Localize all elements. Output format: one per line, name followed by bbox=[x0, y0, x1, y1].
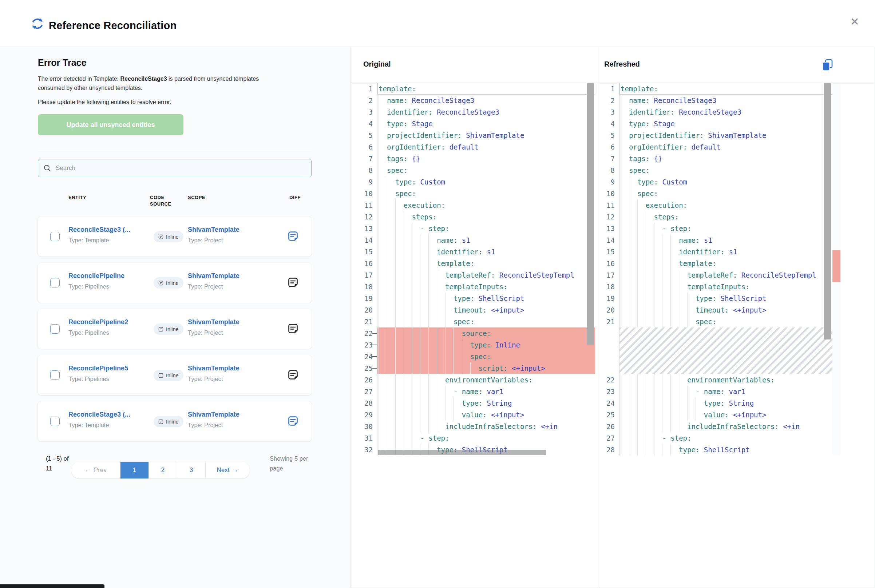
error-template-name: ReconcileStage3 bbox=[120, 76, 167, 82]
code-line-content: templateRef: ReconcileStepTempl bbox=[620, 269, 833, 281]
code-line-number: 22 bbox=[602, 374, 620, 386]
view-diff-button[interactable] bbox=[287, 323, 299, 335]
code-line: 30includeInfraSelectors: <+in bbox=[360, 421, 595, 432]
code-line-content: spec: bbox=[620, 165, 833, 176]
code-line-content: value: <+input> bbox=[620, 409, 833, 421]
next-label: Next bbox=[217, 466, 230, 474]
yaml-key: templateRef: bbox=[687, 271, 737, 279]
view-diff-button[interactable] bbox=[287, 415, 299, 428]
code-line-number: 23 bbox=[602, 386, 620, 398]
code-line-content: spec: bbox=[377, 316, 595, 327]
error-description: The error detected in Template: Reconcil… bbox=[38, 74, 263, 92]
indent-guides bbox=[378, 269, 445, 281]
code-line-number: 15 bbox=[360, 246, 377, 258]
yaml-value: Stage bbox=[412, 120, 433, 128]
code-line-content: projectIdentifier: ShivamTemplate bbox=[620, 129, 833, 141]
code-line: 19type: ShellScript bbox=[360, 292, 595, 304]
indent-guides bbox=[378, 386, 453, 398]
refreshed-code-editor: 1template:2name: ReconcileStage33identif… bbox=[602, 83, 833, 456]
code-line: 11execution: bbox=[602, 200, 833, 211]
code-line-number: 14 bbox=[360, 234, 377, 246]
code-line: 10spec: bbox=[360, 188, 595, 200]
view-diff-button[interactable] bbox=[287, 369, 299, 381]
pagination-prev-button[interactable]: ←Prev bbox=[71, 462, 120, 478]
pagination-page-1[interactable]: 1 bbox=[120, 462, 149, 478]
row-checkbox[interactable] bbox=[50, 278, 60, 288]
code-line-content: script: <+input> bbox=[377, 362, 595, 374]
yaml-value: s1 bbox=[729, 248, 737, 256]
yaml-key: name: bbox=[679, 236, 699, 244]
entity-link[interactable]: ReconcilePipeline5 bbox=[68, 364, 128, 372]
indent-guides bbox=[378, 246, 437, 258]
yaml-value: Custom bbox=[420, 178, 445, 186]
yaml-value: <+input> bbox=[491, 411, 524, 419]
code-line: 11execution: bbox=[360, 200, 595, 211]
code-line: 15identifier: s1 bbox=[602, 246, 833, 258]
pagination-next-button[interactable]: Next→ bbox=[206, 462, 250, 478]
scope-link[interactable]: ShivamTemplate bbox=[188, 226, 240, 234]
indent-guides bbox=[378, 339, 470, 351]
code-line: 20timeout: <+input> bbox=[360, 304, 595, 316]
code-line-content: type: Stage bbox=[620, 118, 833, 129]
code-line-number: 21 bbox=[602, 316, 620, 327]
code-line-content: includeInfraSelectors: <+in bbox=[377, 421, 595, 432]
diff-document-icon bbox=[287, 230, 299, 242]
scope-link[interactable]: ShivamTemplate bbox=[188, 364, 240, 372]
original-vertical-scrollbar[interactable] bbox=[587, 83, 594, 345]
yaml-key: type: bbox=[453, 294, 474, 302]
yaml-key: type: bbox=[679, 446, 699, 454]
view-diff-button[interactable] bbox=[287, 276, 299, 289]
entity-link[interactable]: ReconcileStage3 (... bbox=[68, 226, 130, 234]
view-diff-button[interactable] bbox=[287, 230, 299, 243]
pagination-page-3[interactable]: 3 bbox=[177, 462, 206, 478]
original-horizontal-scrollbar[interactable] bbox=[378, 450, 546, 455]
yaml-key: - name: bbox=[696, 387, 725, 396]
entity-link[interactable]: ReconcileStage3 (... bbox=[68, 411, 130, 418]
code-line: 4type: Stage bbox=[360, 118, 595, 129]
row-checkbox[interactable] bbox=[50, 324, 60, 334]
code-line-number: 31 bbox=[360, 432, 377, 444]
close-icon[interactable]: ✕ bbox=[846, 14, 863, 30]
column-header-diff: DIFF bbox=[290, 194, 301, 201]
entity-link[interactable]: ReconcilePipeline2 bbox=[68, 318, 128, 326]
code-line-number: 23 bbox=[360, 339, 377, 351]
pagination-page-2[interactable]: 2 bbox=[149, 462, 177, 478]
code-line: 20timeout: <+input> bbox=[602, 304, 833, 316]
error-trace-heading: Error Trace bbox=[38, 57, 86, 68]
yaml-key: - step: bbox=[420, 434, 449, 442]
error-trace-panel: Error Trace The error detected in Templa… bbox=[38, 46, 312, 588]
yaml-key: type: bbox=[637, 178, 658, 186]
copy-icon[interactable] bbox=[819, 57, 836, 74]
code-line-content: name: s1 bbox=[620, 234, 833, 246]
search-box[interactable] bbox=[38, 159, 312, 177]
search-input[interactable] bbox=[56, 165, 306, 172]
scope-link[interactable]: ShivamTemplate bbox=[188, 272, 240, 280]
row-checkbox[interactable] bbox=[50, 370, 60, 380]
code-line: 25script: <+input> bbox=[360, 362, 595, 374]
yaml-value: <+input> bbox=[733, 411, 767, 419]
scope-link[interactable]: ShivamTemplate bbox=[188, 411, 240, 418]
indent-guides bbox=[621, 398, 704, 409]
code-line-content: steps: bbox=[620, 211, 833, 223]
indent-guides bbox=[621, 374, 687, 386]
code-source-badge-label: Inline bbox=[166, 326, 179, 332]
indent-guides bbox=[621, 223, 662, 234]
entity-link[interactable]: ReconcilePipeline bbox=[68, 272, 125, 280]
update-all-unsynced-button[interactable]: Update all unsynced entities bbox=[38, 114, 183, 135]
yaml-value: ShivamTemplate bbox=[466, 131, 524, 140]
code-line-content: environmentVariables: bbox=[377, 374, 595, 386]
refreshed-vertical-scrollbar[interactable] bbox=[824, 83, 831, 339]
indent-guides bbox=[378, 258, 437, 269]
yaml-key: steps: bbox=[654, 213, 679, 221]
code-line-content: spec: bbox=[377, 165, 595, 176]
row-checkbox[interactable] bbox=[50, 232, 60, 241]
code-line-content: templateInputs: bbox=[377, 281, 595, 292]
search-icon bbox=[43, 164, 51, 172]
code-line: 14name: s1 bbox=[602, 234, 833, 246]
scope-link[interactable]: ShivamTemplate bbox=[188, 318, 240, 326]
code-line-number: 7 bbox=[360, 153, 377, 165]
indent-guides bbox=[621, 94, 629, 106]
row-checkbox[interactable] bbox=[50, 417, 60, 426]
indent-guides bbox=[378, 200, 404, 211]
code-line-content: includeInfraSelectors: <+in bbox=[620, 421, 833, 432]
